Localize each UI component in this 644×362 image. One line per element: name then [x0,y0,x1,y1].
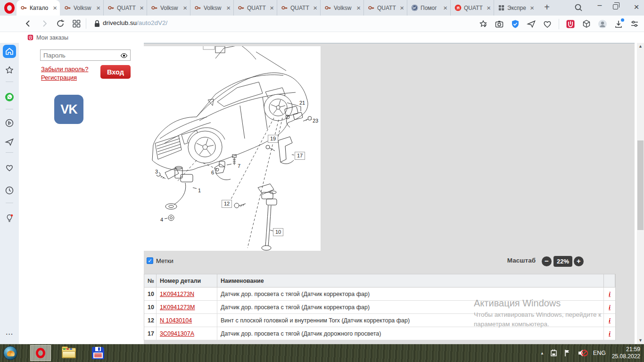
browser-tab[interactable]: Помог× [407,0,450,16]
info-link[interactable]: i [609,317,611,324]
browser-tab[interactable]: QUATT× [277,0,320,16]
volume-muted-icon[interactable] [578,349,588,357]
sidebar-my-flow-icon[interactable] [3,135,16,148]
language-indicator[interactable]: ENG [593,350,606,356]
personal-news-heart-icon[interactable] [543,19,552,29]
browser-tab[interactable]: Volksw× [190,0,233,16]
diagram-callout-17[interactable]: 17 [295,152,305,160]
parts-diagram[interactable]: 31467121019172123 [144,46,321,251]
browser-tab[interactable]: ЯQUATT× [450,0,494,16]
back-button[interactable] [24,19,33,28]
battery-icon[interactable] [549,349,559,357]
browser-tab[interactable]: Экспре× [494,0,537,16]
window-minimize-button[interactable]: – [593,1,606,9]
bookmark-edit-icon[interactable] [479,19,488,29]
info-link[interactable]: i [609,290,611,298]
browser-tab[interactable]: Volksw× [147,0,190,16]
tab-close-icon[interactable]: × [270,4,274,11]
tab-close-icon[interactable]: × [530,4,534,11]
info-link[interactable]: i [609,304,611,311]
tab-close-icon[interactable]: × [313,4,317,11]
labels-checkbox[interactable]: ✓ [147,257,153,264]
taskbar-clock[interactable]: 21:59 25.08.2022 [612,346,640,360]
page-scrollbar[interactable]: ▲ ▼ [637,43,644,344]
zoom-in-button[interactable]: + [574,256,584,266]
diagram-callout-3[interactable]: 3 [154,169,159,175]
diagram-callout-7[interactable]: 7 [237,163,241,169]
forward-button[interactable] [40,19,49,28]
browser-tab[interactable]: QUATT× [233,0,277,16]
taskbar-file-explorer-icon[interactable] [58,345,79,361]
sidebar-tips-lightbulb-icon[interactable] [3,212,16,225]
diagram-callout-10[interactable]: 10 [273,228,283,236]
tab-close-icon[interactable]: × [487,4,491,11]
register-link[interactable]: Регистрация [41,74,77,81]
forgot-password-link[interactable]: Забыли пароль? [41,66,88,73]
bookmark-my-orders[interactable]: Мои заказы [36,34,68,41]
diagram-callout-21[interactable]: 21 [298,100,306,106]
download-notification-dot [621,18,624,22]
start-button[interactable] [3,346,17,360]
action-center-flag-icon[interactable] [564,349,572,357]
diagram-callout-1[interactable]: 1 [197,188,202,194]
password-input[interactable] [41,50,116,60]
snapshot-camera-icon[interactable] [495,19,504,29]
lock-icon[interactable] [92,19,102,28]
tab-close-icon[interactable]: × [356,4,361,11]
sidebar-whatsapp-icon[interactable] [3,90,16,104]
new-tab-button[interactable]: + [541,2,553,13]
part-number-link[interactable]: N 10430104 [160,317,192,324]
browser-tab[interactable]: Volksw× [320,0,363,16]
browser-tab[interactable]: QUATT× [363,0,407,16]
extensions-cube-icon[interactable] [582,19,591,29]
zoom-out-button[interactable]: − [542,256,552,266]
login-button[interactable]: Вход [100,65,131,79]
tab-close-icon[interactable]: × [96,4,100,11]
diagram-callout-19[interactable]: 19 [268,135,278,143]
speed-dial-grid-icon[interactable] [72,19,81,28]
tab-close-icon[interactable]: × [400,4,404,11]
diagram-callout-23[interactable]: 23 [312,118,319,124]
easy-setup-sliders-icon[interactable] [630,19,639,29]
part-number-link[interactable]: 1K0941273M [160,304,195,311]
diagram-callout-4[interactable]: 4 [159,217,164,223]
address-bar[interactable]: driveclub.su/auto2dV2/ [103,19,167,26]
scrollbar-down-arrow[interactable]: ▼ [637,337,644,344]
taskbar-floppy-app-icon[interactable] [88,345,108,361]
sidebar-player-icon[interactable] [3,116,16,130]
sidebar-personal-news-heart-icon[interactable] [3,161,16,174]
sidebar-bookmarks-star-icon[interactable] [3,64,16,77]
driveclub-extension-icon[interactable] [566,19,575,29]
sidebar-more-ellipsis[interactable]: ⋯ [0,329,19,338]
adblock-shield-icon[interactable] [511,19,520,29]
vk-logo[interactable]: VK [54,95,83,124]
tab-search-icon[interactable] [574,3,583,14]
show-password-eye-icon[interactable] [120,52,128,59]
scrollbar-thumb[interactable] [637,140,644,230]
diagram-callout-12[interactable]: 12 [222,200,232,208]
my-flow-icon[interactable] [527,19,536,29]
reload-button[interactable] [56,19,65,28]
browser-tab[interactable]: QUATT× [103,0,147,16]
window-restore-button[interactable] [613,4,618,9]
part-number-link[interactable]: 1K0941273N [160,291,194,297]
opera-logo-icon[interactable] [4,2,15,14]
tab-close-icon[interactable]: × [183,4,187,11]
tab-close-icon[interactable]: × [443,4,447,11]
taskbar-opera-icon[interactable] [30,345,51,361]
tab-close-icon[interactable]: × [53,4,57,11]
sidebar-speed-dial-home-icon[interactable] [3,45,16,58]
part-number-link[interactable]: 3C0941307A [160,330,194,337]
tray-hidden-icons-arrow[interactable]: ▲ [540,351,544,355]
downloads-icon[interactable] [614,19,623,29]
tab-close-icon[interactable]: × [226,4,231,11]
sidebar-history-clock-icon[interactable] [3,184,16,197]
tab-close-icon[interactable]: × [140,4,144,11]
info-link[interactable]: i [609,330,611,337]
profile-avatar-icon[interactable] [598,19,607,29]
window-close-button[interactable]: × [631,2,642,12]
diagram-callout-6[interactable]: 6 [210,170,215,176]
browser-tab[interactable]: Катало× [17,0,60,16]
browser-tab[interactable]: Volksw× [60,0,103,16]
scrollbar-up-arrow[interactable]: ▲ [637,43,644,50]
